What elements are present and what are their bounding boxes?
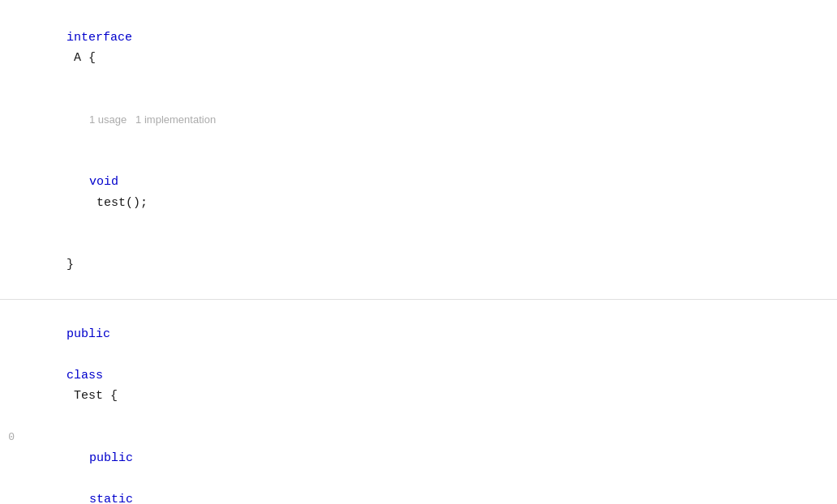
keyword-static: static [89,493,133,505]
code-text: test(); [89,196,148,210]
code-line-1: interface A { [0,6,837,89]
hint-usage: 1 usage 1 implementation [89,113,216,126]
code-line-2: void test(); [0,152,837,234]
code-line-5: 0 public static void main(String[] args)… [0,427,837,504]
keyword-class: class [67,369,103,382]
code-text: A { [67,51,96,65]
line-number: 0 [0,429,19,446]
keyword-public: public [67,327,110,341]
code-line-hint-1: 1 usage 1 implementation [0,89,837,152]
code-text: } [67,258,74,271]
divider [0,299,837,300]
code-container: interface A { 1 usage 1 implementation v… [0,0,837,504]
keyword-interface: interface [67,31,132,45]
keyword-public2: public [89,451,133,465]
code-line-4: public class Test { [0,303,837,427]
code-line-3: } [0,234,837,297]
keyword-void: void [89,175,118,189]
